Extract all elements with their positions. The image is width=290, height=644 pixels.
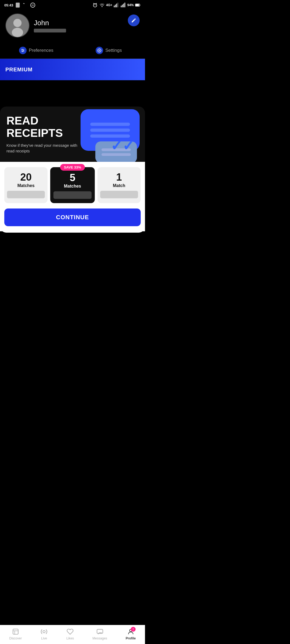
- gear-icon: [97, 48, 102, 53]
- signal-icon: [113, 2, 119, 8]
- svg-point-28: [99, 50, 100, 51]
- save-badge: SAVE 33%: [60, 164, 85, 171]
- options-row: 20 Matches SAVE 33% 5 Matches 1 Match: [4, 167, 141, 203]
- svg-point-20: [13, 19, 22, 27]
- svg-point-26: [23, 50, 24, 51]
- modal-title: READRECEIPTS: [6, 115, 79, 139]
- pencil-icon: [131, 18, 136, 23]
- edit-profile-button[interactable]: [128, 14, 140, 26]
- svg-rect-14: [123, 4, 124, 8]
- battery-display: 94%: [127, 3, 134, 7]
- svg-rect-13: [122, 5, 123, 7]
- svg-point-21: [12, 28, 23, 37]
- sliders-icon: [21, 48, 25, 53]
- premium-banner: PREMIUM: [0, 59, 145, 80]
- profile-name: John: [34, 19, 140, 27]
- bubble-line-1: [90, 123, 130, 126]
- notification-icon: [22, 2, 28, 8]
- modal-bottom-section: 20 Matches SAVE 33% 5 Matches 1 Match: [0, 162, 145, 233]
- wifi-icon: [99, 2, 105, 8]
- modal-overlay: ✓✓ READRECEIPTS Know if they've read you…: [0, 107, 145, 233]
- svg-point-3: [93, 4, 97, 7]
- avatar-svg: [6, 13, 29, 38]
- tab-preferences[interactable]: Preferences: [0, 43, 73, 58]
- status-right: 4G+ 94%: [92, 2, 141, 8]
- status-left: 05:43: [4, 2, 36, 8]
- svg-rect-18: [140, 5, 140, 6]
- settings-icon-circle: [96, 47, 103, 54]
- option-1-label: Match: [113, 183, 125, 188]
- svg-rect-10: [116, 4, 117, 8]
- tab-row: Preferences Settings: [0, 43, 145, 59]
- svg-rect-0: [16, 3, 20, 8]
- tab-settings-label: Settings: [105, 48, 122, 53]
- premium-label: PREMIUM: [5, 67, 32, 73]
- svg-rect-12: [121, 6, 122, 7]
- svg-rect-15: [125, 3, 125, 7]
- option-1match[interactable]: 1 Match: [97, 167, 141, 203]
- bubble-line-2: [90, 129, 130, 132]
- option-1-price: [100, 191, 138, 198]
- profile-subtitle: [34, 29, 66, 32]
- modal-top-section: ✓✓ READRECEIPTS Know if they've read you…: [0, 107, 145, 162]
- tab-settings[interactable]: Settings: [73, 43, 145, 58]
- option-20-price: [7, 191, 45, 198]
- profile-header: John: [0, 9, 145, 43]
- option-1-number: 1: [116, 172, 122, 182]
- svg-rect-17: [136, 4, 139, 6]
- svg-line-6: [96, 3, 97, 4]
- option-5-price: [53, 191, 91, 199]
- svg-point-25: [22, 49, 23, 50]
- svg-line-5: [93, 3, 94, 4]
- signal2-icon: [120, 2, 126, 8]
- network-type: 4G+: [106, 3, 112, 7]
- time-display: 05:43: [4, 3, 13, 7]
- option-20matches[interactable]: 20 Matches: [4, 167, 48, 203]
- avatar-image: [6, 14, 29, 37]
- option-20-label: Matches: [17, 183, 35, 188]
- modal-subtitle: Know if they've read your message with r…: [6, 142, 79, 154]
- option-5-label: Matches: [64, 184, 81, 189]
- svg-rect-9: [115, 5, 116, 7]
- svg-rect-11: [118, 3, 118, 7]
- background-content: PREMIUM ✓✓ READRECEIPTS Know if they've …: [0, 59, 145, 231]
- preferences-icon-circle: [19, 47, 27, 54]
- bubble-line-3: [90, 134, 130, 138]
- double-checkmark-icon: ✓✓: [111, 138, 134, 154]
- continue-button[interactable]: CONTINUE: [4, 208, 141, 226]
- status-bar: 05:43 4G+ 94%: [0, 0, 145, 9]
- option-5-number: 5: [70, 173, 75, 183]
- svg-point-27: [22, 51, 23, 52]
- avatar: [5, 13, 30, 38]
- minus-circle-icon: [30, 2, 36, 8]
- alarm-icon: [92, 2, 98, 8]
- profile-info: John: [34, 19, 140, 32]
- svg-point-7: [102, 6, 103, 7]
- svg-rect-8: [114, 6, 115, 7]
- tab-preferences-label: Preferences: [29, 48, 53, 53]
- option-5matches[interactable]: SAVE 33% 5 Matches: [50, 167, 95, 203]
- option-20-number: 20: [20, 172, 32, 182]
- sim-icon: [15, 2, 21, 8]
- battery-icon: [135, 2, 141, 8]
